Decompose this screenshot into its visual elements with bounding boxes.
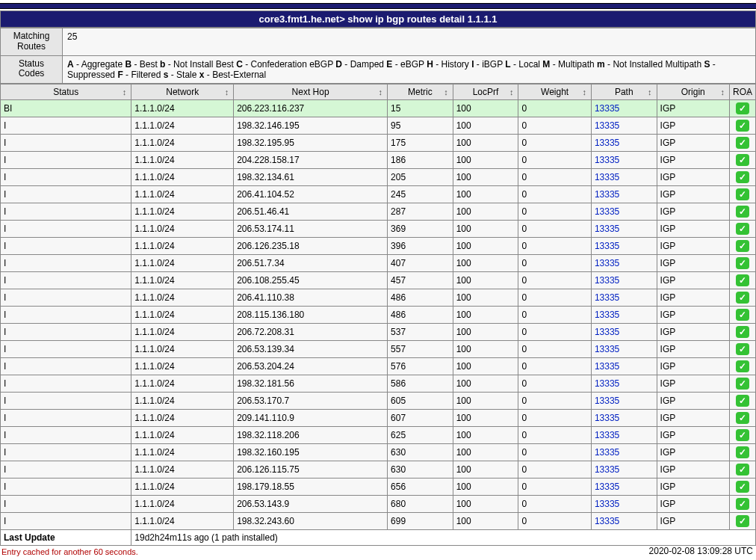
cell-network: 1.1.1.0/24: [131, 151, 234, 168]
cell-path[interactable]: 13335: [591, 99, 657, 117]
cell-path[interactable]: 13335: [591, 289, 657, 306]
cell-path[interactable]: 13335: [591, 306, 657, 323]
cell-nexthop: 206.126.235.18: [234, 237, 388, 254]
cell-path[interactable]: 13335: [591, 357, 657, 375]
cell-weight: 0: [518, 495, 592, 512]
cell-locprf: 100: [453, 185, 518, 203]
cell-path[interactable]: 13335: [591, 117, 657, 134]
cell-path[interactable]: 13335: [591, 168, 657, 185]
col-header-metric[interactable]: Metric↕: [388, 84, 453, 99]
cell-nexthop: 206.51.46.41: [234, 203, 388, 220]
as-path-link[interactable]: 13335: [595, 172, 619, 182]
cell-roa: ✓: [729, 357, 755, 375]
cell-origin: IGP: [657, 375, 729, 392]
cell-metric: 287: [388, 203, 453, 220]
as-path-link[interactable]: 13335: [595, 189, 619, 200]
cell-network: 1.1.1.0/24: [131, 117, 234, 134]
col-header-origin[interactable]: Origin↕: [657, 84, 729, 99]
cell-roa: ✓: [729, 495, 755, 512]
roa-valid-icon: ✓: [736, 223, 749, 235]
as-path-link[interactable]: 13335: [595, 224, 619, 234]
as-path-link[interactable]: 13335: [595, 206, 619, 217]
cell-weight: 0: [518, 478, 592, 495]
roa-valid-icon: ✓: [736, 137, 749, 149]
roa-valid-icon: ✓: [736, 464, 749, 476]
cell-path[interactable]: 13335: [591, 254, 657, 271]
cell-path[interactable]: 13335: [591, 203, 657, 220]
as-path-link[interactable]: 13335: [595, 378, 619, 389]
table-header-row: Status↕Network↕Next Hop↕Metric↕LocPrf↕We…: [1, 84, 756, 99]
cell-locprf: 100: [453, 357, 518, 375]
cell-path[interactable]: 13335: [591, 220, 657, 237]
cell-path[interactable]: 13335: [591, 151, 657, 168]
roa-valid-icon: ✓: [736, 326, 749, 338]
cell-path[interactable]: 13335: [591, 478, 657, 495]
as-path-link[interactable]: 13335: [595, 241, 619, 251]
cell-nexthop: 198.32.195.95: [234, 134, 388, 151]
cell-network: 1.1.1.0/24: [131, 340, 234, 357]
col-header-roa[interactable]: ROA↕: [729, 84, 755, 99]
cell-weight: 0: [518, 409, 592, 426]
as-path-link[interactable]: 13335: [595, 103, 619, 114]
cell-path[interactable]: 13335: [591, 271, 657, 289]
cell-path[interactable]: 13335: [591, 426, 657, 443]
col-header-locprf[interactable]: LocPrf↕: [453, 84, 518, 99]
as-path-link[interactable]: 13335: [595, 361, 619, 372]
cell-metric: 680: [388, 495, 453, 512]
cell-path[interactable]: 13335: [591, 134, 657, 151]
cell-path[interactable]: 13335: [591, 409, 657, 426]
cell-path[interactable]: 13335: [591, 375, 657, 392]
cell-path[interactable]: 13335: [591, 323, 657, 340]
as-path-link[interactable]: 13335: [595, 327, 619, 337]
cell-path[interactable]: 13335: [591, 461, 657, 478]
cell-locprf: 100: [453, 203, 518, 220]
cell-path[interactable]: 13335: [591, 392, 657, 409]
cell-roa: ✓: [729, 461, 755, 478]
as-path-link[interactable]: 13335: [595, 138, 619, 148]
cell-weight: 0: [518, 203, 592, 220]
as-path-link[interactable]: 13335: [595, 396, 619, 406]
cell-weight: 0: [518, 375, 592, 392]
cell-roa: ✓: [729, 168, 755, 185]
cell-path[interactable]: 13335: [591, 237, 657, 254]
cell-path[interactable]: 13335: [591, 443, 657, 461]
cell-metric: 486: [388, 306, 453, 323]
cell-roa: ✓: [729, 375, 755, 392]
as-path-link[interactable]: 13335: [595, 292, 619, 303]
as-path-link[interactable]: 13335: [595, 413, 619, 423]
cell-nexthop: 198.32.160.195: [234, 443, 388, 461]
col-header-path[interactable]: Path↕: [591, 84, 657, 99]
as-path-link[interactable]: 13335: [595, 344, 619, 354]
cell-metric: 95: [388, 117, 453, 134]
as-path-link[interactable]: 13335: [595, 481, 619, 492]
cell-nexthop: 206.108.255.45: [234, 271, 388, 289]
cell-nexthop: 206.53.143.9: [234, 495, 388, 512]
cell-origin: IGP: [657, 203, 729, 220]
as-path-link[interactable]: 13335: [595, 464, 619, 475]
cell-path[interactable]: 13335: [591, 495, 657, 512]
col-header-weight[interactable]: Weight↕: [518, 84, 592, 99]
as-path-link[interactable]: 13335: [595, 516, 619, 526]
cell-network: 1.1.1.0/24: [131, 392, 234, 409]
as-path-link[interactable]: 13335: [595, 275, 619, 286]
col-header-status[interactable]: Status↕: [1, 84, 131, 99]
cell-nexthop: 198.179.18.55: [234, 478, 388, 495]
col-header-network[interactable]: Network↕: [131, 84, 234, 99]
as-path-link[interactable]: 13335: [595, 310, 619, 320]
cell-metric: 630: [388, 461, 453, 478]
as-path-link[interactable]: 13335: [595, 155, 619, 165]
cell-path[interactable]: 13335: [591, 340, 657, 357]
cell-nexthop: 206.41.110.38: [234, 289, 388, 306]
cell-path[interactable]: 13335: [591, 512, 657, 529]
as-path-link[interactable]: 13335: [595, 430, 619, 440]
as-path-link[interactable]: 13335: [595, 499, 619, 509]
cell-path[interactable]: 13335: [591, 185, 657, 203]
cell-roa: ✓: [729, 323, 755, 340]
col-header-next-hop[interactable]: Next Hop↕: [234, 84, 388, 99]
cell-status: I: [1, 254, 131, 271]
as-path-link[interactable]: 13335: [595, 447, 619, 458]
as-path-link[interactable]: 13335: [595, 120, 619, 131]
as-path-link[interactable]: 13335: [595, 258, 619, 268]
cell-status: I: [1, 306, 131, 323]
status-codes-legend: A - Aggregate B - Best b - Not Install B…: [63, 55, 756, 83]
